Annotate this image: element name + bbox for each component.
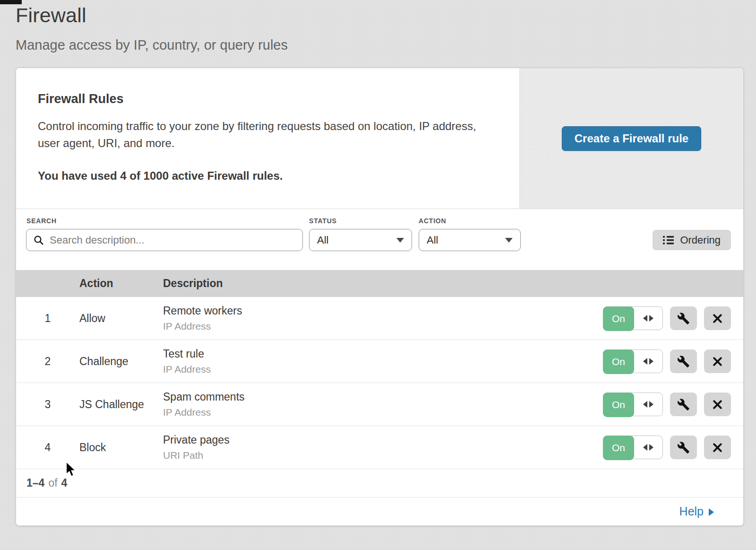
filter-bar: SEARCH STATUS All ACTION All Ordering (16, 209, 743, 270)
toggle-arrows-icon (634, 393, 662, 416)
rule-enabled-toggle[interactable]: On (603, 436, 663, 459)
ordering-button[interactable]: Ordering (653, 230, 731, 250)
create-firewall-rule-button[interactable]: Create a Firewall rule (562, 126, 701, 151)
card-top-section: Firewall Rules Control incoming traffic … (16, 68, 743, 209)
rule-controls: On (603, 349, 743, 373)
card-footer: Help (16, 497, 743, 525)
card-top-action-panel: Create a Firewall rule (519, 68, 743, 209)
wrench-icon (677, 398, 690, 411)
rule-priority: 4 (16, 441, 79, 454)
rule-match-type: IP Address (163, 407, 603, 418)
ordered-list-icon (663, 236, 674, 245)
close-icon (712, 399, 723, 410)
edit-rule-button[interactable] (670, 349, 697, 373)
rule-match-type: IP Address (163, 321, 603, 332)
rule-description: Private pages (163, 434, 603, 446)
rule-enabled-toggle[interactable]: On (603, 349, 663, 373)
ordering-button-label: Ordering (680, 234, 721, 246)
search-label: SEARCH (26, 217, 57, 225)
pagination-total: 4 (61, 477, 68, 489)
delete-rule-button[interactable] (704, 436, 731, 459)
delete-rule-button[interactable] (704, 306, 731, 330)
close-icon (712, 313, 723, 324)
rule-action: Challenge (79, 355, 163, 368)
column-description: Description (163, 277, 743, 290)
delete-rule-button[interactable] (704, 393, 731, 416)
edit-rule-button[interactable] (670, 436, 697, 459)
chevron-down-icon (396, 238, 404, 243)
rule-description: Test rule (163, 348, 603, 360)
pagination: 1–4 of 4 (16, 469, 743, 497)
search-icon (33, 235, 44, 246)
status-select-value: All (317, 234, 328, 246)
search-input[interactable] (50, 234, 296, 246)
edit-rule-button[interactable] (670, 306, 697, 330)
rule-controls: On (603, 436, 743, 459)
search-box[interactable] (26, 229, 303, 251)
action-select[interactable]: All (419, 229, 521, 251)
firewall-rules-card: Firewall Rules Control incoming traffic … (16, 68, 744, 526)
wrench-icon (677, 312, 690, 325)
rule-action: Block (79, 441, 163, 454)
status-label: STATUS (309, 217, 337, 225)
wrench-icon (677, 355, 690, 368)
edit-rule-button[interactable] (670, 393, 697, 416)
table-row: 1 Allow Remote workers IP Address On (16, 297, 743, 340)
action-label: ACTION (419, 217, 446, 225)
toggle-arrows-icon (634, 436, 662, 459)
status-select[interactable]: All (309, 229, 412, 251)
column-action: Action (79, 277, 163, 290)
table-row: 3 JS Challenge Spam comments IP Address … (16, 383, 743, 426)
table-row: 4 Block Private pages URI Path On (16, 426, 743, 469)
delete-rule-button[interactable] (704, 349, 731, 373)
pagination-range: 1–4 (26, 477, 44, 489)
rule-match-type: IP Address (163, 364, 603, 375)
rule-priority: 3 (16, 398, 79, 411)
toggle-on-label: On (603, 349, 634, 374)
pagination-of: of (48, 477, 57, 489)
rule-action: JS Challenge (79, 398, 163, 411)
rule-controls: On (603, 306, 743, 330)
rule-enabled-toggle[interactable]: On (603, 393, 663, 416)
action-select-value: All (427, 234, 438, 246)
rule-description: Remote workers (163, 305, 603, 317)
rule-enabled-toggle[interactable]: On (603, 306, 663, 330)
toggle-arrows-icon (634, 350, 662, 373)
help-link[interactable]: Help (679, 505, 714, 518)
close-icon (712, 356, 723, 367)
card-top-text: Firewall Rules Control incoming traffic … (16, 68, 519, 209)
rule-priority: 1 (16, 312, 79, 325)
toggle-on-label: On (603, 436, 634, 460)
page-title: Firewall (16, 4, 86, 27)
toggle-arrows-icon (634, 307, 662, 330)
rule-action: Allow (79, 312, 163, 325)
rule-match-type: URI Path (163, 450, 603, 461)
arrow-right-icon (709, 508, 714, 516)
rule-priority: 2 (16, 355, 79, 368)
card-description: Control incoming traffic to your zone by… (38, 118, 487, 152)
table-header: Action Description (16, 270, 743, 297)
usage-summary: You have used 4 of 1000 active Firewall … (38, 169, 497, 183)
toggle-on-label: On (603, 306, 634, 331)
card-heading: Firewall Rules (38, 92, 497, 106)
page-subtitle: Manage access by IP, country, or query r… (16, 37, 288, 53)
toggle-on-label: On (603, 393, 634, 417)
chevron-down-icon (505, 238, 513, 243)
rule-description: Spam comments (163, 391, 603, 403)
table-row: 2 Challenge Test rule IP Address On (16, 340, 743, 383)
help-link-label: Help (679, 505, 704, 518)
wrench-icon (677, 441, 690, 454)
rule-controls: On (603, 393, 743, 416)
close-icon (712, 442, 723, 453)
